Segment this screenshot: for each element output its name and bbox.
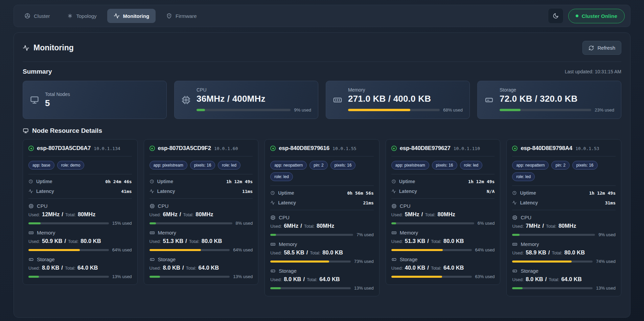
resource-values: Used:58.9 KB/Total:80.0 KB — [512, 249, 616, 256]
node-tags: app: neopattern pin: 2 pixels: 16 role: … — [512, 161, 616, 181]
status-online-dot — [270, 146, 276, 151]
total-label: Total: — [549, 277, 559, 282]
storage-progress-bar — [500, 109, 591, 111]
card-value: 271.0 KB / 400.0 KB — [348, 94, 463, 104]
node-header: esp-807D3A5CD9F2 10.0.1.60 — [150, 145, 253, 152]
percent-used: 9% used — [598, 232, 616, 237]
used-label: Used: — [391, 266, 403, 271]
uptime-label: Uptime — [36, 179, 52, 184]
node-header: esp-840D8E979616 10.0.1.55 — [270, 145, 374, 152]
used-value: 8.0 KB — [284, 276, 301, 282]
resource-label: CPU — [279, 215, 290, 220]
summary-card-total-nodes: Total Nodes 5 — [23, 81, 167, 119]
node-tag: pin: 2 — [309, 161, 327, 170]
used-value: 7MHz — [526, 223, 540, 229]
divider — [270, 186, 374, 186]
top-navigation: Cluster Topology Monitoring Firmware Clu… — [14, 5, 630, 27]
total-label: Total: — [65, 266, 75, 271]
node-tag: pixels: 16 — [432, 161, 457, 170]
total-value: 80.0 KB — [322, 249, 343, 256]
total-label: Total: — [183, 212, 193, 217]
node-tags: app: base role: demo — [28, 161, 132, 170]
slash: / — [180, 211, 181, 218]
status-online-dot — [512, 146, 518, 151]
node-tags: app: pixelstream pixels: 16 role: led — [150, 161, 253, 170]
tab-monitoring[interactable]: Monitoring — [107, 9, 156, 23]
divider — [28, 198, 132, 199]
node-tag: role: led — [460, 161, 483, 170]
hard-drive-icon — [484, 95, 494, 105]
activity-icon — [28, 189, 33, 194]
total-value: 80.0 KB — [565, 249, 585, 256]
resource-label: Storage — [521, 268, 538, 274]
node-name: esp-807D3A5CD9F2 — [158, 145, 211, 152]
divider — [391, 198, 495, 199]
total-value: 80.0 KB — [202, 238, 222, 244]
tab-topology[interactable]: Topology — [61, 9, 103, 23]
node-ip: 10.0.1.53 — [575, 146, 599, 151]
summary-card-storage: Storage 72.0 KB / 320.0 KB 23% used — [477, 81, 621, 119]
divider — [391, 156, 495, 156]
status-online-dot — [28, 146, 34, 151]
uptime-row: Uptime 1h 12m 49s — [512, 190, 616, 196]
divider — [270, 156, 374, 156]
summary-header: Summary Last updated: 10:31:15 AM — [23, 68, 621, 75]
slash: / — [421, 211, 423, 218]
tab-label: Monitoring — [123, 13, 149, 19]
uptime-label: Uptime — [520, 190, 536, 196]
storage-progress-bar — [270, 287, 351, 289]
cpu-section: CPU Used:7MHz/Total:80MHz 9% used — [512, 215, 616, 237]
memory-icon — [391, 230, 397, 236]
refresh-button[interactable]: Refresh — [582, 41, 621, 55]
percent-used: 8% used — [236, 221, 253, 226]
latency-label: Latency — [36, 189, 54, 194]
activity-icon — [150, 189, 154, 194]
card-label: CPU — [197, 87, 311, 93]
cpu-icon — [270, 215, 276, 220]
memory-progress-bar — [348, 109, 440, 111]
latency-label: Latency — [399, 189, 417, 194]
cpu-icon — [512, 215, 518, 220]
divider — [150, 174, 253, 174]
uptime-row: Uptime 0h 24m 46s — [28, 179, 132, 184]
node-name: esp-840D8E9798A4 — [521, 145, 572, 152]
memory-section: Memory Used:51.3 KB/Total:80.0 KB 64% us… — [150, 230, 253, 252]
tab-cluster[interactable]: Cluster — [18, 9, 56, 23]
total-value: 64.0 KB — [561, 276, 582, 282]
uptime-value: 1h 12m 49s — [468, 179, 495, 184]
node-tag: app: neopattern — [270, 161, 307, 170]
tab-label: Firmware — [176, 13, 197, 19]
total-label: Total: — [552, 250, 562, 255]
uptime-value: 1h 12m 49s — [226, 179, 253, 184]
hard-drive-icon — [270, 268, 276, 274]
uptime-value: 1h 12m 49s — [589, 191, 616, 196]
monitor-icon — [30, 95, 39, 105]
theme-toggle-button[interactable] — [548, 8, 564, 24]
divider — [512, 156, 616, 156]
node-card: esp-807D3A5CD9F2 10.0.1.60 app: pixelstr… — [144, 139, 259, 285]
node-card: esp-840D8E979627 10.0.1.110 app: pixelst… — [386, 139, 501, 285]
activity-icon — [270, 200, 275, 205]
uptime-label: Uptime — [278, 190, 294, 196]
node-header: esp-840D8E9798A4 10.0.1.53 — [512, 145, 616, 152]
total-label: Total: — [189, 239, 200, 244]
resource-values: Used:51.3 KB/Total:80.0 KB — [391, 238, 495, 244]
summary-cards: Total Nodes 5 CPU 36MHz / 400MHz 9% used… — [23, 81, 621, 119]
percent-used: 13% used — [354, 286, 374, 291]
resource-values: Used:50.9 KB/Total:80.0 KB — [28, 238, 132, 244]
used-value: 58.9 KB — [526, 249, 546, 256]
resource-values: Used:8.0 KB/Total:64.0 KB — [270, 276, 374, 282]
uptime-label: Uptime — [157, 179, 173, 184]
monitor-icon — [23, 128, 29, 134]
slash: / — [545, 276, 547, 282]
node-tag: pixels: 16 — [572, 161, 598, 170]
used-label: Used: — [28, 212, 40, 217]
tab-firmware[interactable]: Firmware — [160, 9, 203, 23]
latency-value: 21ms — [363, 200, 373, 205]
node-ip: 10.0.1.134 — [94, 146, 120, 151]
monitoring-panel: Monitoring Refresh Summary Last updated:… — [14, 32, 630, 318]
node-tag: app: pixelstream — [150, 161, 187, 170]
node-card: esp-840D8E9798A4 10.0.1.53 app: neopatte… — [506, 139, 621, 296]
refresh-label: Refresh — [597, 45, 615, 51]
card-value: 72.0 KB / 320.0 KB — [500, 94, 614, 104]
